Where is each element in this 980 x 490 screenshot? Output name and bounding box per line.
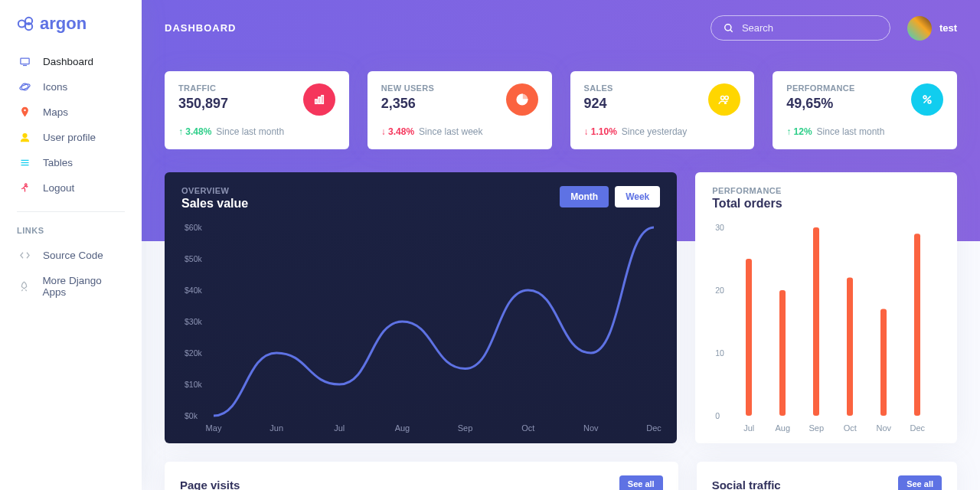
sidebar-item-label: Logout — [43, 182, 74, 194]
sidebar-link-source-code[interactable]: Source Code — [0, 243, 142, 268]
rocket-icon — [17, 281, 31, 292]
sidebar-link-more-django-apps[interactable]: More Django Apps — [0, 268, 142, 305]
code-icon — [17, 250, 32, 261]
stat-value: 2,356 — [381, 96, 434, 112]
stat-since: Since last month — [216, 126, 284, 137]
sidebar: argon DashboardIconsMapsUser profileTabl… — [0, 0, 142, 490]
stat-value: 49,65% — [786, 96, 854, 112]
argon-logo-icon — [17, 15, 34, 32]
social-traffic-card: Social traffic See all — [697, 462, 957, 490]
orders-bar — [746, 259, 752, 416]
sidebar-item-label: Icons — [43, 81, 67, 93]
sidebar-item-label: Tables — [43, 157, 73, 168]
stat-card-sales: SALES 924 ↓ 1.10% Since yesterday — [570, 71, 755, 149]
sales-overline: OVERVIEW — [181, 186, 248, 195]
sales-toggle: Month Week — [560, 186, 660, 207]
orders-overline: PERFORMANCE — [712, 186, 782, 195]
sidebar-item-logout[interactable]: Logout — [0, 175, 142, 201]
stat-value: 350,897 — [178, 96, 228, 112]
orders-chart-card: PERFORMANCE Total orders 0102030JulAugSe… — [695, 172, 957, 443]
svg-point-7 — [24, 109, 26, 112]
sidebar-item-label: User profile — [43, 132, 96, 143]
pie-icon — [506, 83, 538, 116]
sales-chart-head: OVERVIEW Sales value Month Week — [181, 186, 660, 211]
toggle-week-button[interactable]: Week — [615, 186, 660, 207]
sidebar-item-maps[interactable]: Maps — [0, 100, 142, 125]
orders-bar-svg — [712, 221, 940, 436]
run-icon — [17, 182, 32, 194]
list-icon — [17, 157, 32, 168]
social-traffic-see-all-button[interactable]: See all — [898, 475, 942, 490]
svg-rect-3 — [20, 58, 28, 64]
sidebar-link-label: More Django Apps — [42, 275, 125, 298]
stat-value: 924 — [584, 96, 613, 112]
links-heading: LINKS — [0, 223, 142, 243]
svg-point-20 — [923, 96, 926, 99]
orders-chart-head: PERFORMANCE Total orders — [712, 186, 940, 211]
social-traffic-title: Social traffic — [712, 479, 781, 491]
pin-icon — [17, 106, 32, 118]
svg-point-0 — [18, 20, 25, 27]
sales-line-svg — [181, 221, 660, 436]
sales-chart-card: OVERVIEW Sales value Month Week $0k$10k$… — [165, 172, 677, 443]
stat-card-traffic: TRAFFIC 350,897 ↑ 3.48% Since last month — [165, 71, 349, 149]
brand-name: argon — [40, 14, 87, 34]
user-name: test — [939, 22, 957, 34]
svg-point-21 — [928, 100, 931, 103]
sales-line — [214, 227, 654, 416]
sidebar-item-tables[interactable]: Tables — [0, 150, 142, 175]
percent-icon — [911, 83, 943, 116]
sales-plot: $0k$10k$20k$30k$40k$50k$60kMayJunJulAugS… — [181, 221, 660, 436]
tables-row: Page visits See all Social traffic See a… — [165, 462, 957, 490]
svg-point-13 — [725, 24, 731, 30]
svg-line-14 — [730, 29, 733, 31]
brand-logo[interactable]: argon — [0, 14, 142, 49]
users-icon — [708, 83, 740, 116]
orders-plot: 0102030JulAugSepOctNovDec — [712, 221, 940, 436]
top-row: DASHBOARD test — [165, 15, 957, 41]
svg-rect-17 — [322, 96, 323, 104]
sidebar-item-label: Dashboard — [43, 56, 93, 67]
search-input[interactable] — [742, 22, 877, 34]
orders-title: Total orders — [712, 197, 782, 211]
sales-title: Sales value — [181, 197, 248, 211]
svg-point-12 — [24, 184, 27, 186]
nav-list: DashboardIconsMapsUser profileTablesLogo… — [0, 49, 142, 201]
stats-row: TRAFFIC 350,897 ↑ 3.48% Since last month… — [165, 71, 957, 149]
planet-icon — [17, 81, 32, 93]
stat-since: Since last week — [419, 126, 482, 137]
orders-bar — [779, 290, 786, 416]
stat-label: TRAFFIC — [178, 83, 228, 93]
stat-since: Since yesterday — [622, 126, 687, 137]
search-box[interactable] — [710, 15, 890, 41]
page-title: DASHBOARD — [165, 22, 237, 34]
page-visits-card: Page visits See all — [165, 462, 678, 490]
stat-since: Since last month — [817, 126, 885, 137]
stat-card-performance: PERFORMANCE 49,65% ↑ 12% Since last mont… — [773, 71, 957, 149]
svg-line-22 — [924, 96, 931, 103]
svg-point-6 — [19, 83, 31, 90]
stat-delta: ↓ 1.10% — [584, 126, 617, 137]
user-icon — [17, 132, 32, 143]
sidebar-item-user-profile[interactable]: User profile — [0, 125, 142, 150]
nav-divider — [17, 211, 125, 212]
top-right: test — [710, 15, 957, 41]
stat-card-new-users: NEW USERS 2,356 ↓ 3.48% Since last week — [368, 71, 552, 149]
svg-point-18 — [721, 96, 725, 100]
stat-label: SALES — [584, 83, 613, 93]
svg-rect-15 — [315, 100, 317, 103]
sidebar-item-dashboard[interactable]: Dashboard — [0, 49, 142, 74]
sidebar-item-label: Maps — [43, 106, 68, 118]
page-visits-title: Page visits — [180, 479, 240, 491]
orders-bar — [880, 309, 887, 416]
orders-bar — [847, 278, 853, 416]
content: OVERVIEW Sales value Month Week $0k$10k$… — [142, 172, 980, 490]
user-menu[interactable]: test — [907, 16, 957, 41]
toggle-month-button[interactable]: Month — [560, 186, 609, 207]
stat-delta: ↑ 3.48% — [178, 126, 211, 137]
stat-delta: ↓ 3.48% — [381, 126, 414, 137]
sidebar-item-icons[interactable]: Icons — [0, 74, 142, 100]
page-visits-see-all-button[interactable]: See all — [619, 475, 663, 490]
bar-icon — [303, 83, 335, 116]
charts-row: OVERVIEW Sales value Month Week $0k$10k$… — [165, 172, 957, 443]
